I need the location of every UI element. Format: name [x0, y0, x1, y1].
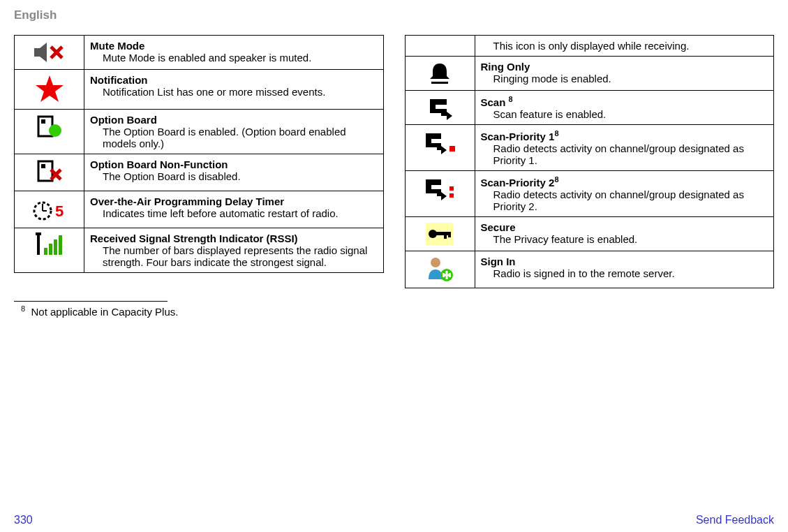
row-title: Mute Mode [90, 40, 144, 52]
row-desc: Notification List has one or more missed… [103, 86, 378, 98]
svg-marker-24 [441, 146, 447, 154]
scan-priority2-icon [405, 171, 475, 217]
page-header: English [14, 8, 774, 22]
row-text: Over-the-Air Programming Delay Timer Ind… [84, 191, 384, 228]
row-title: Received Signal Strength Indicator (RSSI… [90, 232, 298, 244]
row-ring-only: Ring Only Ringing mode is enabled. [405, 57, 774, 91]
row-desc: Radio detects activity on channel/group … [493, 189, 768, 212]
footnote-number: 8 [21, 304, 25, 313]
row-desc: Radio is signed in to the remote server. [493, 267, 768, 279]
row-title: Over-the-Air Programming Delay Timer [90, 195, 284, 207]
row-text: Secure The Privacy feature is enabled. [475, 217, 774, 251]
row-desc: The Privacy feature is enabled. [493, 233, 768, 245]
right-column: This icon is only displayed while receiv… [405, 35, 775, 288]
svg-rect-20 [54, 239, 57, 255]
ring-only-icon [405, 57, 475, 91]
svg-rect-18 [44, 248, 47, 255]
svg-rect-31 [436, 232, 449, 235]
send-feedback-link[interactable]: Send Feedback [696, 514, 774, 526]
secure-icon [405, 217, 475, 251]
row-secure: Secure The Privacy feature is enabled. [405, 217, 774, 251]
svg-rect-27 [449, 186, 454, 191]
scan-priority1-icon [405, 125, 475, 171]
svg-rect-25 [449, 146, 455, 152]
svg-rect-9 [41, 164, 45, 168]
row-notification: Notification Notification List has one o… [15, 70, 384, 110]
row-title: Option Board [90, 114, 157, 126]
row-desc: Radio detects activity on channel/group … [493, 142, 768, 166]
row-scan-p1: Scan-Priority 18 Radio detects activity … [405, 125, 774, 171]
svg-rect-19 [49, 244, 52, 255]
mute-mode-icon [15, 36, 84, 70]
rssi-icon [15, 228, 84, 273]
content-columns: Mute Mode Mute Mode is enabled and speak… [14, 35, 774, 288]
row-text: Received Signal Strength Indicator (RSSI… [84, 228, 384, 273]
notification-icon [15, 70, 84, 110]
svg-rect-32 [444, 232, 447, 239]
row-text: Option Board Non-Function The Option Boa… [84, 154, 384, 191]
row-title: Notification [90, 74, 148, 86]
row-text: Option Board The Option Board is enabled… [84, 110, 384, 154]
svg-marker-23 [447, 112, 452, 120]
svg-text:5: 5 [55, 202, 64, 220]
svg-rect-5 [41, 119, 45, 124]
row-option-board: Option Board The Option Board is enabled… [15, 110, 384, 154]
svg-rect-28 [449, 193, 454, 198]
row-desc: The number of bars displayed represents … [103, 244, 378, 268]
svg-rect-17 [36, 232, 41, 235]
footnote-text: Not applicable in Capacity Plus. [31, 306, 178, 318]
row-text: Scan-Priority 28 Radio detects activity … [475, 171, 774, 217]
footnote-rule [14, 301, 168, 302]
left-column: Mute Mode Mute Mode is enabled and speak… [14, 35, 384, 288]
footnote: 8 Not applicable in Capacity Plus. [21, 304, 774, 318]
page-footer: 330 Send Feedback [14, 514, 774, 526]
row-desc: The Option Board is disabled. [103, 170, 378, 182]
row-mute-mode: Mute Mode Mute Mode is enabled and speak… [15, 36, 384, 70]
icon-table-right: This icon is only displayed while receiv… [405, 35, 775, 288]
row-title: Secure [481, 221, 516, 233]
svg-rect-16 [37, 234, 40, 255]
row-title: Ring Only [481, 61, 530, 73]
option-board-nonfunction-icon [15, 154, 84, 191]
row-sign-in: Sign In Radio is signed in to the remote… [405, 251, 774, 288]
ota-timer-icon: 5 [15, 191, 84, 228]
row-scan-p2: Scan-Priority 28 Radio detects activity … [405, 171, 774, 217]
row-rssi: Received Signal Strength Indicator (RSSI… [15, 228, 384, 273]
row-text: Notification Notification List has one o… [84, 70, 384, 110]
row-receiving-cont: This icon is only displayed while receiv… [405, 36, 774, 57]
row-desc: This icon is only displayed while receiv… [493, 40, 768, 52]
row-text: Sign In Radio is signed in to the remote… [475, 251, 774, 288]
svg-rect-22 [431, 82, 448, 84]
sign-in-icon [405, 251, 475, 288]
row-title: Scan 8 [481, 96, 513, 108]
row-scan: Scan 8 Scan feature is enabled. [405, 91, 774, 125]
row-title: Option Board Non-Function [90, 158, 228, 170]
svg-marker-26 [441, 192, 447, 200]
row-ota-timer: 5 Over-the-Air Programming Delay Timer I… [15, 191, 384, 228]
svg-rect-33 [448, 232, 451, 237]
empty-icon-cell [405, 36, 475, 57]
row-text: This icon is only displayed while receiv… [475, 36, 774, 57]
svg-point-34 [431, 258, 440, 267]
svg-rect-21 [59, 235, 62, 255]
row-text: Scan 8 Scan feature is enabled. [475, 91, 774, 125]
row-desc: The Option Board is enabled. (Option boa… [103, 126, 378, 149]
svg-rect-7 [52, 128, 58, 133]
row-desc: Scan feature is enabled. [493, 108, 768, 120]
svg-marker-3 [36, 75, 64, 102]
row-desc: Indicates time left before automatic res… [103, 207, 378, 219]
row-text: Mute Mode Mute Mode is enabled and speak… [84, 36, 384, 70]
row-title: Scan-Priority 18 [481, 131, 559, 142]
row-title: Sign In [481, 256, 516, 267]
svg-marker-0 [34, 43, 47, 62]
icon-table-left: Mute Mode Mute Mode is enabled and speak… [14, 35, 384, 273]
page-number: 330 [14, 514, 33, 526]
row-title: Scan-Priority 28 [481, 177, 559, 189]
row-desc: Mute Mode is enabled and speaker is mute… [103, 52, 378, 64]
row-option-board-non: Option Board Non-Function The Option Boa… [15, 154, 384, 191]
row-text: Ring Only Ringing mode is enabled. [475, 57, 774, 91]
row-text: Scan-Priority 18 Radio detects activity … [475, 125, 774, 171]
row-desc: Ringing mode is enabled. [493, 73, 768, 84]
scan-icon [405, 91, 475, 125]
option-board-icon [15, 110, 84, 154]
